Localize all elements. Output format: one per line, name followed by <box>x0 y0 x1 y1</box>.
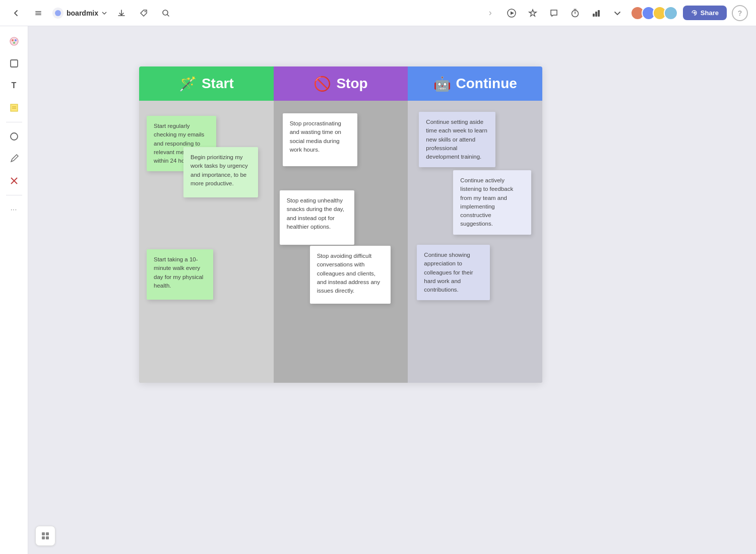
sidebar-frame[interactable] <box>5 54 23 73</box>
sidebar-divider-2 <box>6 195 22 195</box>
svg-rect-25 <box>46 532 49 535</box>
stop-label: Stop <box>336 76 367 92</box>
start-label: Start <box>202 76 234 92</box>
svg-point-16 <box>13 42 15 44</box>
svg-rect-10 <box>593 14 595 17</box>
sticky-note-6[interactable]: Stop avoiding difficult conversations wi… <box>310 246 391 304</box>
topbar-right: › Share ? <box>482 5 748 21</box>
sidebar: T ··· <box>0 26 28 554</box>
topbar: boardmix › <box>0 0 756 26</box>
avatar-4 <box>664 6 678 20</box>
sticky-note-7[interactable]: Continue setting aside time each week to… <box>419 112 495 167</box>
column-stop: Stop procrastinating and wasting time on… <box>274 101 408 383</box>
svg-rect-26 <box>42 536 45 539</box>
svg-point-15 <box>15 39 17 41</box>
play-button[interactable] <box>503 5 520 21</box>
sticky-note-3[interactable]: Start taking a 10-minute walk every day … <box>147 249 213 300</box>
stop-emoji: 🚫 <box>313 76 331 92</box>
chart-button[interactable] <box>588 5 604 21</box>
sticky-3-text: Start taking a 10-minute walk every day … <box>154 256 203 289</box>
continue-label: Continue <box>456 76 517 92</box>
sidebar-shape[interactable] <box>5 127 23 146</box>
sticky-note-8[interactable]: Continue actively listening to feedback … <box>453 170 531 235</box>
column-header-continue: 🤖 Continue <box>408 66 542 101</box>
svg-point-5 <box>145 11 146 12</box>
sticky-7-text: Continue setting aside time each week to… <box>426 119 487 160</box>
more-options-button[interactable] <box>609 5 625 21</box>
tag-button[interactable] <box>136 5 152 21</box>
search-button[interactable] <box>158 5 174 21</box>
topbar-left: boardmix <box>8 5 174 21</box>
svg-rect-12 <box>598 10 600 17</box>
sidebar-text[interactable]: T <box>5 77 23 95</box>
share-label: Share <box>701 9 719 17</box>
board-container: 🪄 Start 🚫 Stop 🤖 Continue Start regularl <box>139 66 542 383</box>
board-body: Start regularly checking my emails and r… <box>139 101 542 383</box>
sidebar-divider <box>6 122 22 122</box>
svg-point-14 <box>12 39 14 41</box>
svg-rect-24 <box>42 532 45 535</box>
sticky-note-5[interactable]: Stop eating unhealthy snacks during the … <box>280 190 354 245</box>
chevron-button[interactable]: › <box>482 5 498 21</box>
svg-rect-27 <box>46 536 49 539</box>
help-button[interactable]: ? <box>732 5 748 21</box>
column-header-start: 🪄 Start <box>139 66 274 101</box>
sidebar-sticky[interactable] <box>5 99 23 117</box>
board-header: 🪄 Start 🚫 Stop 🤖 Continue <box>139 66 542 101</box>
brand-logo-area[interactable]: boardmix <box>52 8 107 19</box>
sidebar-connector[interactable] <box>5 172 23 190</box>
grid-view-button[interactable] <box>35 526 55 546</box>
column-continue: Continue setting aside time each week to… <box>408 101 542 383</box>
star-button[interactable] <box>525 5 541 21</box>
sticky-6-text: Stop avoiding difficult conversations wi… <box>317 253 380 294</box>
continue-emoji: 🤖 <box>433 76 451 92</box>
timer-button[interactable] <box>567 5 583 21</box>
sticky-2-text: Begin prioritizing my work tasks by urge… <box>191 154 248 186</box>
svg-rect-1 <box>35 13 41 14</box>
svg-point-13 <box>10 37 18 45</box>
canvas: 🪄 Start 🚫 Stop 🤖 Continue Start regularl <box>28 26 756 554</box>
sticky-8-text: Continue actively listening to feedback … <box>460 177 513 227</box>
svg-point-4 <box>55 10 61 16</box>
download-button[interactable] <box>113 5 130 21</box>
bottom-toolbar <box>35 526 55 546</box>
svg-rect-11 <box>595 12 597 17</box>
sidebar-more[interactable]: ··· <box>5 200 23 219</box>
sidebar-pen[interactable] <box>5 150 23 168</box>
sticky-note-2[interactable]: Begin prioritizing my work tasks by urge… <box>183 147 258 197</box>
comment-button[interactable] <box>546 5 562 21</box>
sticky-9-text: Continue showing appreciation to colleag… <box>424 252 473 293</box>
svg-point-21 <box>11 133 18 140</box>
avatar-group <box>631 6 678 20</box>
sticky-note-4[interactable]: Stop procrastinating and wasting time on… <box>283 113 357 166</box>
board: 🪄 Start 🚫 Stop 🤖 Continue Start regularl <box>139 66 542 383</box>
back-button[interactable] <box>8 5 24 21</box>
sticky-5-text: Stop eating unhealthy snacks during the … <box>287 197 344 230</box>
sidebar-palette[interactable] <box>5 32 23 50</box>
start-emoji: 🪄 <box>179 76 197 92</box>
brand-name: boardmix <box>67 9 98 17</box>
svg-rect-2 <box>35 14 41 15</box>
svg-rect-17 <box>11 60 18 67</box>
column-start: Start regularly checking my emails and r… <box>139 101 274 383</box>
column-header-stop: 🚫 Stop <box>274 66 408 101</box>
menu-button[interactable] <box>30 5 46 21</box>
svg-rect-0 <box>35 11 41 12</box>
share-button[interactable]: Share <box>683 6 727 20</box>
sticky-note-9[interactable]: Continue showing appreciation to colleag… <box>417 245 490 300</box>
svg-rect-18 <box>11 104 18 111</box>
sticky-4-text: Stop procrastinating and wasting time on… <box>290 120 341 153</box>
svg-marker-8 <box>511 11 514 15</box>
